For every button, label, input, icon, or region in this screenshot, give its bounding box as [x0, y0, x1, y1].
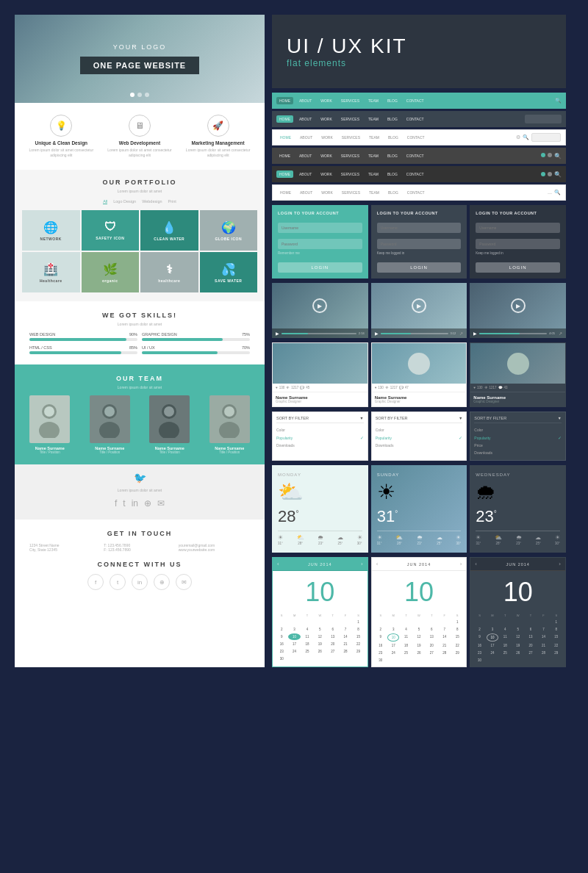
- cwd-8[interactable]: 3: [387, 626, 399, 633]
- cal-next-dark[interactable]: ›: [559, 561, 561, 567]
- cwd-29[interactable]: 24: [387, 650, 399, 656]
- login-button-darker[interactable]: LOGIN: [476, 262, 560, 273]
- cdkd-15[interactable]: 10: [487, 633, 498, 642]
- cwd-14[interactable]: 9: [375, 633, 387, 642]
- nav-blog-white[interactable]: BLOG: [385, 134, 401, 141]
- portfolio-item-2[interactable]: 🛡 SAFETY ICON: [82, 210, 140, 251]
- nav-services-teal[interactable]: SERVICES: [338, 97, 362, 104]
- cwd-22[interactable]: 17: [387, 642, 399, 649]
- cal-prev-teal[interactable]: ‹: [277, 561, 279, 567]
- cwd-24[interactable]: 19: [413, 642, 425, 649]
- cdkd-27[interactable]: 22: [551, 642, 562, 649]
- cdkd-23[interactable]: 18: [499, 642, 511, 649]
- nav-team-w2[interactable]: TEAM: [366, 189, 382, 196]
- gear-icon-white[interactable]: ⚙: [516, 134, 520, 140]
- portfolio-item-6[interactable]: 🌿 organic: [82, 252, 140, 292]
- cwd-5[interactable]: [439, 619, 451, 625]
- login-button-dark[interactable]: LOGIN: [377, 262, 462, 273]
- cdkd-20[interactable]: 15: [551, 633, 562, 642]
- cdkd-30[interactable]: 25: [499, 650, 511, 656]
- cwd-26[interactable]: 21: [439, 642, 451, 649]
- cwd-21[interactable]: 16: [375, 642, 387, 649]
- login-button-teal[interactable]: LOGIN: [278, 262, 362, 273]
- cd-teal-34[interactable]: 29: [352, 648, 364, 655]
- cwd-9[interactable]: 4: [400, 626, 412, 633]
- cwd-1[interactable]: [387, 619, 399, 625]
- linkedin-icon[interactable]: in: [132, 498, 138, 509]
- search-icon-w2[interactable]: 🔍: [554, 190, 561, 195]
- filter-option-price-3[interactable]: Price: [474, 442, 562, 449]
- filter-arrow-2[interactable]: ▼: [459, 416, 462, 420]
- portfolio-tab-all[interactable]: All: [103, 199, 107, 204]
- cwd-15[interactable]: 10: [387, 633, 399, 642]
- cwd-17[interactable]: 12: [413, 633, 425, 642]
- cd-teal-15[interactable]: 10: [288, 633, 300, 640]
- hero-dot-2[interactable]: [137, 93, 142, 97]
- nav-search-dark[interactable]: [525, 115, 562, 123]
- filter-arrow-3[interactable]: ▼: [558, 416, 562, 420]
- login-password-dark[interactable]: [377, 239, 462, 249]
- cwd-23[interactable]: 18: [400, 642, 412, 649]
- connect-mail[interactable]: ✉: [176, 574, 192, 590]
- search-icon-dg[interactable]: 🔍: [554, 171, 562, 178]
- filter-option-popularity-3[interactable]: Popularity ✓: [474, 434, 562, 442]
- nav-services-white[interactable]: SERVICES: [339, 134, 363, 141]
- cd-teal-11[interactable]: 6: [327, 626, 339, 633]
- cdkd-21[interactable]: 16: [473, 642, 485, 649]
- cd-teal-1[interactable]: [288, 619, 300, 625]
- cdkd-16[interactable]: 11: [499, 633, 511, 642]
- nav-blog-w2[interactable]: BLOG: [385, 189, 401, 196]
- cdkd-34[interactable]: 29: [551, 650, 562, 656]
- login-username-dark[interactable]: [377, 223, 462, 233]
- cal-next-teal[interactable]: ›: [361, 561, 363, 567]
- filter-option-popularity-1[interactable]: Popularity ✓: [276, 434, 364, 442]
- cd-teal-5[interactable]: [340, 619, 351, 625]
- cdkd-8[interactable]: 3: [487, 626, 498, 633]
- cwd-13[interactable]: 8: [451, 626, 463, 633]
- cwd-35[interactable]: 30: [375, 657, 387, 664]
- cwd-3[interactable]: [413, 619, 425, 625]
- cwd-7[interactable]: 2: [375, 626, 387, 633]
- filter-option-downloads-2[interactable]: Downloads: [376, 442, 463, 449]
- email-icon[interactable]: ✉: [157, 498, 165, 509]
- filter-option-popularity-2[interactable]: Popularity ✓: [376, 434, 463, 442]
- cwd-2[interactable]: [400, 619, 412, 625]
- cal-prev-dark[interactable]: ‹: [475, 561, 477, 567]
- connect-rss[interactable]: ⊕: [154, 574, 170, 590]
- nav-contact-dg[interactable]: CONTACT: [404, 170, 427, 178]
- nav-about-dg[interactable]: ABOUT: [296, 170, 315, 178]
- portfolio-item-3[interactable]: 💧 CLEAN WATER: [140, 210, 198, 251]
- nav-home-white[interactable]: HOME: [277, 134, 294, 141]
- cwd-12[interactable]: 7: [439, 626, 451, 633]
- nav-work-teal[interactable]: WORK: [318, 97, 335, 104]
- cwd-11[interactable]: 6: [426, 626, 437, 633]
- play-button-2[interactable]: ▶: [412, 298, 426, 313]
- nav-team-white[interactable]: TEAM: [366, 134, 382, 141]
- nav-about-teal[interactable]: ABOUT: [296, 97, 315, 104]
- cd-teal-4[interactable]: [327, 619, 339, 625]
- cwd-33[interactable]: 28: [439, 650, 451, 656]
- nav-team-dark[interactable]: TEAM: [365, 115, 381, 123]
- filter-arrow-1[interactable]: ▼: [359, 416, 363, 420]
- nav-blog-dg[interactable]: BLOG: [384, 170, 401, 178]
- cwd-4[interactable]: [426, 619, 437, 625]
- nav-contact-dark[interactable]: CONTACT: [404, 115, 427, 123]
- cd-teal-14[interactable]: 9: [276, 633, 287, 640]
- search-icon-white[interactable]: 🔍: [523, 134, 529, 140]
- cdkd-31[interactable]: 26: [512, 650, 523, 656]
- nav-about-dark2[interactable]: ABOUT: [296, 152, 315, 159]
- play-icon-ctrl-1[interactable]: ▶: [276, 331, 279, 336]
- play-icon-ctrl-2[interactable]: ▶: [375, 331, 379, 336]
- filter-option-downloads-1[interactable]: Downloads: [276, 442, 364, 449]
- cal-next-white[interactable]: ›: [460, 561, 462, 567]
- cdkd-14[interactable]: 9: [473, 633, 485, 642]
- portfolio-item-1[interactable]: 🌐 NETWORK: [22, 210, 80, 251]
- cd-teal-22[interactable]: 17: [288, 641, 300, 647]
- nav-services-dark[interactable]: SERVICES: [338, 115, 362, 123]
- cdkd-28[interactable]: 23: [473, 650, 485, 656]
- cd-teal-6[interactable]: 1: [352, 619, 364, 625]
- cdkd-18[interactable]: 13: [525, 633, 537, 642]
- cwd-16[interactable]: 11: [400, 633, 412, 642]
- cwd-32[interactable]: 27: [426, 650, 437, 656]
- cdkd-11[interactable]: 6: [525, 626, 537, 633]
